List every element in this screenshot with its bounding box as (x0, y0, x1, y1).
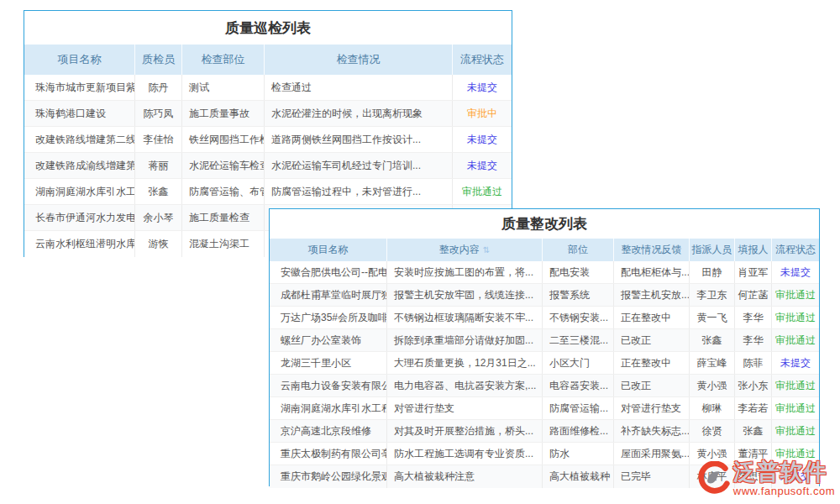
cell-inspector-name[interactable]: 李佳怡 (135, 127, 182, 152)
cell-process-status[interactable]: 审批通过 (772, 307, 819, 328)
cell-rectification-content: 拆除到承重墙部分请做好加固... (387, 329, 543, 351)
column-header-part: 部位 (543, 239, 614, 261)
cell-assignee-name[interactable]: 田静 (690, 261, 735, 283)
cell-inspection-part: 水泥砼运输车检查 (182, 153, 265, 178)
cell-project-name[interactable]: 珠海鹤港口建设 (24, 101, 135, 126)
column-header-inspection-part: 检查部位 (182, 45, 265, 75)
table-row: 珠海鹤港口建设陈巧凤施工质量事故水泥砼灌注的时候，出现离析现象审批中 (24, 101, 512, 127)
cell-process-status[interactable]: 审批通过 (772, 420, 819, 442)
cell-project-name[interactable]: 安徽合肥供电公司--配电设备... (270, 261, 387, 283)
cell-assignee-name[interactable]: 徐贤 (690, 420, 735, 442)
cell-project-name[interactable]: 改建铁路线增建第二线... (24, 127, 135, 152)
cell-process-status[interactable]: 未提交 (453, 153, 512, 178)
cell-process-status[interactable]: 审批通过 (772, 329, 819, 351)
column-header-label: 检查部位 (202, 52, 245, 67)
cell-inspection-part: 施工质量事故 (182, 101, 265, 126)
cell-reporter-name[interactable]: 陈菲 (735, 352, 772, 374)
cell-feedback: 正在整改中 (614, 352, 690, 374)
column-header-assignee-name: 指派人员 (690, 239, 735, 261)
cell-rectification-content: 安装时应按施工图的布置，将... (387, 261, 543, 283)
cell-inspector-name[interactable]: 陈巧凤 (135, 101, 182, 126)
table-row: 云南电力设备安装有限公司20...电力电容器、电抗器安装方案,...电容器安装.… (270, 375, 819, 397)
cell-project-name[interactable]: 湖南洞庭湖水库引水工程施工I标 (270, 397, 387, 419)
cell-assignee-name[interactable]: 薛宝峰 (690, 352, 735, 374)
cell-rectification-content: 防水工程施工选调有专业资质... (387, 443, 543, 465)
cell-process-status[interactable]: 审批通过 (453, 179, 512, 204)
cell-feedback: 屋面采用聚氨... (614, 443, 690, 465)
cell-project-name[interactable]: 改建铁路成渝线增建第... (24, 153, 135, 178)
cell-inspector-name[interactable]: 游恢 (135, 231, 182, 257)
cell-project-name[interactable]: 万达广场35#会所及咖啡厅空... (270, 307, 387, 328)
cell-process-status[interactable]: 审批通过 (772, 375, 819, 396)
cell-feedback: 正在整改中 (614, 307, 690, 328)
cell-process-status[interactable]: 审批通过 (772, 397, 819, 419)
cell-project-name[interactable]: 云南水利枢纽潜明水库... (24, 231, 135, 257)
cell-rectification-content: 电力电容器、电抗器安装方案,... (387, 375, 543, 396)
cell-project-name[interactable]: 重庆太极制药有限公司亳州中... (270, 443, 387, 465)
cell-inspector-name[interactable]: 陈丹 (135, 75, 182, 100)
cell-inspector-name[interactable]: 张鑫 (135, 179, 182, 204)
cell-process-status[interactable]: 未提交 (772, 352, 819, 374)
cell-feedback: 报警主机安放... (614, 284, 690, 306)
cell-assignee-name[interactable]: 黄小强 (690, 375, 735, 396)
cell-inspection-part: 施工质量检查 (182, 205, 265, 230)
cell-inspector-name[interactable]: 蒋丽 (135, 153, 182, 178)
cell-part: 电容器安装... (543, 375, 614, 396)
cell-process-status[interactable]: 未提交 (772, 261, 819, 283)
cell-feedback: 已改正 (614, 329, 690, 351)
cell-part: 二至三楼混... (543, 329, 614, 351)
cell-process-status[interactable]: 审批中 (453, 101, 512, 126)
cell-project-name[interactable]: 湖南洞庭湖水库引水工... (24, 179, 135, 204)
cell-assignee-name[interactable]: 李卫东 (690, 284, 735, 306)
cell-project-name[interactable]: 珠海市城市更新项目紫... (24, 75, 135, 100)
column-header-rectification-content[interactable]: 整改内容⇅ (387, 239, 543, 261)
cell-project-name[interactable]: 云南电力设备安装有限公司20... (270, 375, 387, 396)
cell-part: 防腐管运输... (543, 397, 614, 419)
table-row: 改建铁路成渝线增建第...蒋丽水泥砼运输车检查水泥砼运输车司机经过专门培训...… (24, 153, 512, 179)
cell-rectification-content: 不锈钢边框玻璃隔断安装不牢... (387, 307, 543, 328)
cell-project-name[interactable]: 螺丝厂办公室装饰 (270, 329, 387, 351)
cell-inspection-part: 防腐管运输、布管 (182, 179, 265, 204)
rectification-table-title: 质量整改列表 (270, 209, 819, 239)
watermark-url[interactable]: www.fanpusoft.com (733, 485, 835, 497)
cell-reporter-name[interactable]: 李华 (735, 329, 772, 351)
cell-project-name[interactable]: 京沪高速北京段维修 (270, 420, 387, 442)
cell-reporter-name[interactable]: 肖亚军 (735, 261, 772, 283)
cell-reporter-name[interactable]: 张小东 (735, 375, 772, 396)
cell-reporter-name[interactable]: 张鑫 (735, 420, 772, 442)
cell-inspection-result: 防腐管运输过程中，未对管进行... (265, 179, 453, 204)
cell-reporter-name[interactable]: 何芷菡 (735, 284, 772, 306)
cell-reporter-name[interactable]: 李华 (735, 307, 772, 328)
cell-inspector-name[interactable]: 余小琴 (135, 205, 182, 230)
cell-reporter-name[interactable]: 李若若 (735, 397, 772, 419)
page: 质量巡检列表 项目名称质检员检查部位检查情况流程状态 珠海市城市更新项目紫...… (0, 0, 840, 504)
table-row: 成都杜甫草堂临时展厅独立展...报警主机安放牢固，线缆连接...报警系统报警主机… (270, 284, 819, 307)
table-row: 改建铁路线增建第二线...李佳怡铁丝网围挡工作检查道路两侧铁丝网围挡工作按设计.… (24, 127, 512, 153)
cell-assignee-name[interactable]: 柳琳 (690, 397, 735, 419)
cell-project-name[interactable]: 重庆市鹅岭公园绿化景观提升... (270, 465, 387, 488)
rectification-table: 质量整改列表 项目名称整改内容⇅部位整改情况反馈指派人员填报人流程状态 安徽合肥… (269, 208, 820, 486)
cell-part: 防水 (543, 443, 614, 465)
rectification-table-body: 安徽合肥供电公司--配电设备...安装时应按施工图的布置，将...配电安装配电柜… (270, 261, 819, 488)
cell-part: 报警系统 (543, 284, 614, 306)
cell-feedback: 已改正 (614, 375, 690, 396)
cell-assignee-name[interactable]: 张鑫 (690, 329, 735, 351)
sort-icon[interactable]: ⇅ (483, 245, 490, 255)
table-row: 螺丝厂办公室装饰拆除到承重墙部分请做好加固...二至三楼混...已改正张鑫李华审… (270, 329, 819, 352)
column-header-process-status: 流程状态 (772, 239, 819, 261)
cell-inspection-result: 检查通过 (265, 75, 453, 100)
table-row: 龙湖三千里小区大理石质量更换，12月31日之...小区大门正在整改中薛宝峰陈菲未… (270, 352, 819, 375)
cell-process-status[interactable]: 未提交 (453, 127, 512, 152)
cell-feedback: 配电柜柜体与... (614, 261, 690, 283)
cell-rectification-content: 大理石质量更换，12月31日之... (387, 352, 543, 374)
cell-process-status[interactable]: 未提交 (453, 75, 512, 100)
column-header-label: 质检员 (142, 52, 175, 67)
cell-process-status[interactable]: 审批通过 (772, 284, 819, 306)
cell-assignee-name[interactable]: 黄一飞 (690, 307, 735, 328)
table-row: 万达广场35#会所及咖啡厅空...不锈钢边框玻璃隔断安装不牢...不锈钢安装..… (270, 307, 819, 329)
table-row: 湖南洞庭湖水库引水工...张鑫防腐管运输、布管防腐管运输过程中，未对管进行...… (24, 179, 512, 205)
cell-project-name[interactable]: 成都杜甫草堂临时展厅独立展... (270, 284, 387, 306)
cell-project-name[interactable]: 长春市伊通河水力发电... (24, 205, 135, 230)
cell-project-name[interactable]: 龙湖三千里小区 (270, 352, 387, 374)
cell-inspection-result: 水泥砼灌注的时候，出现离析现象 (265, 101, 453, 126)
